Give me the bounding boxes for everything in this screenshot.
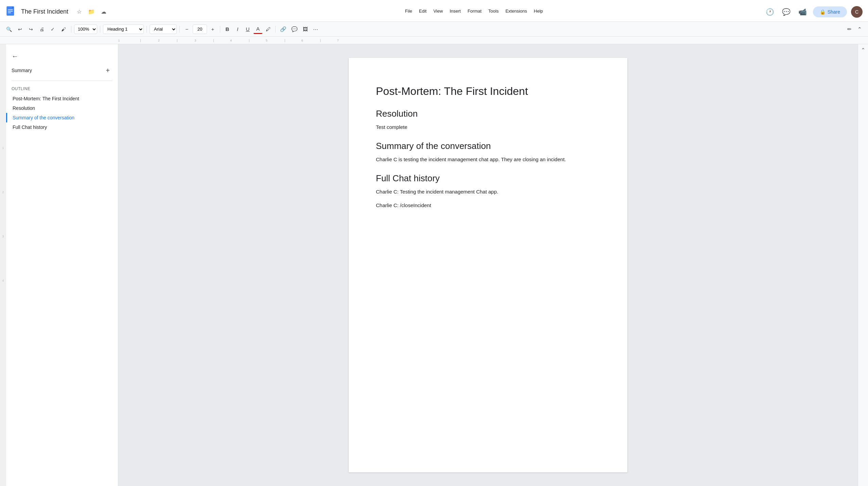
doc-title: The First Incident bbox=[21, 8, 68, 15]
menu-help[interactable]: Help bbox=[531, 7, 546, 15]
menu-tools[interactable]: Tools bbox=[486, 7, 501, 15]
print-button[interactable]: 🖨 bbox=[37, 24, 47, 34]
doc-body-fullchat-line2: Charlie C: /closeIncident bbox=[376, 201, 600, 210]
menu-file[interactable]: File bbox=[402, 7, 415, 15]
doc-heading-fullchat: Full Chat history bbox=[376, 173, 600, 184]
toolbar: 🔍 ↩ ↪ 🖨 ✓ 🖌 100% Heading 1 Arial − + B I… bbox=[0, 22, 868, 37]
sidebar-item-fullchat[interactable]: Full Chat history bbox=[6, 122, 118, 132]
folder-button[interactable]: 📁 bbox=[87, 7, 96, 17]
star-button[interactable]: ☆ bbox=[74, 7, 84, 17]
sidebar-add-button[interactable]: + bbox=[103, 66, 112, 75]
title-bar-left: The First Incident ☆ 📁 ☁ bbox=[5, 6, 385, 18]
title-bar: The First Incident ☆ 📁 ☁ File Edit View … bbox=[0, 0, 868, 22]
title-bar-right: 🕐 💬 📹 🔒 Share C bbox=[764, 6, 863, 18]
main-area: 1 2 3 4 ← Summary + Outline Post-Mortem:… bbox=[0, 44, 868, 486]
redo-button[interactable]: ↪ bbox=[26, 24, 36, 34]
sidebar: ← Summary + Outline Post-Mortem: The Fir… bbox=[6, 44, 118, 486]
font-size-input[interactable] bbox=[193, 24, 207, 34]
italic-button[interactable]: I bbox=[233, 24, 242, 34]
ruler-content: 1 | 2 | 3 | 4 | 5 | bbox=[116, 39, 868, 42]
menu-format[interactable]: Format bbox=[465, 7, 484, 15]
title-actions: ☆ 📁 ☁ bbox=[74, 7, 108, 17]
menu-insert[interactable]: Insert bbox=[447, 7, 464, 15]
page-gutter: 1 2 3 4 bbox=[0, 44, 6, 486]
toolbar-divider-6 bbox=[275, 26, 276, 33]
doc-body-resolution: Test complete bbox=[376, 123, 600, 131]
spellcheck-button[interactable]: ✓ bbox=[48, 24, 57, 34]
font-size-increase-button[interactable]: + bbox=[208, 24, 217, 34]
page-num-3: 3 bbox=[2, 235, 4, 238]
text-color-button[interactable]: A bbox=[254, 24, 262, 34]
zoom-selector[interactable]: 100% bbox=[74, 24, 97, 34]
image-button[interactable]: 🖼 bbox=[301, 24, 310, 34]
sidebar-item-resolution[interactable]: Resolution bbox=[6, 103, 118, 113]
undo-button[interactable]: ↩ bbox=[15, 24, 25, 34]
link-button[interactable]: 🔗 bbox=[278, 24, 288, 34]
bold-button[interactable]: B bbox=[223, 24, 232, 34]
scrollbar-up-icon[interactable]: ⌃ bbox=[861, 47, 865, 53]
more-options-button[interactable]: ⋯ bbox=[311, 24, 320, 34]
doc-heading-resolution: Resolution bbox=[376, 108, 600, 119]
comment-toolbar-button[interactable]: 💬 bbox=[290, 24, 299, 34]
sidebar-divider bbox=[12, 81, 112, 81]
underline-button[interactable]: U bbox=[243, 24, 252, 34]
doc-page: Post-Mortem: The First Incident Resoluti… bbox=[349, 58, 627, 472]
toolbar-divider-5 bbox=[220, 26, 220, 33]
sidebar-summary-label: Summary bbox=[12, 68, 32, 73]
history-icon[interactable]: 🕐 bbox=[764, 6, 776, 18]
doc-area[interactable]: Post-Mortem: The First Incident Resoluti… bbox=[118, 44, 858, 486]
doc-heading-summary: Summary of the conversation bbox=[376, 141, 600, 151]
font-selector[interactable]: Arial bbox=[150, 24, 177, 34]
menu-extensions[interactable]: Extensions bbox=[503, 7, 530, 15]
toolbar-divider-4 bbox=[179, 26, 180, 33]
svg-rect-2 bbox=[8, 9, 13, 10]
doc-main-title: Post-Mortem: The First Incident bbox=[376, 85, 600, 98]
docs-icon bbox=[5, 6, 18, 18]
sidebar-item-postmortem[interactable]: Post-Mortem: The First Incident bbox=[6, 94, 118, 103]
page-num-4: 4 bbox=[2, 279, 4, 282]
cloud-button[interactable]: ☁ bbox=[99, 7, 108, 17]
svg-rect-3 bbox=[8, 11, 13, 12]
page-num-2: 2 bbox=[2, 190, 4, 194]
edit-mode-button[interactable]: ✏ bbox=[845, 24, 854, 34]
menu-view[interactable]: View bbox=[431, 7, 446, 15]
video-icon[interactable]: 📹 bbox=[797, 6, 809, 18]
toolbar-divider-2 bbox=[100, 26, 100, 33]
sidebar-back-button[interactable]: ← bbox=[6, 50, 118, 63]
menu-bar: File Edit View Insert Format Tools Exten… bbox=[385, 7, 551, 15]
sidebar-outline-label: Outline bbox=[6, 84, 118, 94]
share-button[interactable]: 🔒 Share bbox=[813, 6, 847, 17]
sidebar-item-summary[interactable]: Summary of the conversation bbox=[6, 113, 118, 122]
toolbar-divider-1 bbox=[71, 26, 71, 33]
menu-edit[interactable]: Edit bbox=[416, 7, 429, 15]
sidebar-summary-row: Summary + bbox=[6, 63, 118, 78]
right-panel: ⌃ bbox=[858, 44, 868, 486]
font-size-decrease-button[interactable]: − bbox=[183, 24, 191, 34]
paint-format-button[interactable]: 🖌 bbox=[59, 24, 68, 34]
search-toolbar-button[interactable]: 🔍 bbox=[4, 24, 14, 34]
collapse-toolbar-button[interactable]: ⌃ bbox=[855, 24, 864, 34]
doc-body-summary: Charlie C is testing the incident manage… bbox=[376, 155, 600, 164]
comment-icon[interactable]: 💬 bbox=[780, 6, 793, 18]
doc-body-fullchat-line1: Charlie C: Testing the incident manageme… bbox=[376, 188, 600, 196]
avatar[interactable]: C bbox=[851, 6, 863, 18]
share-label: Share bbox=[828, 9, 840, 15]
highlight-button[interactable]: 🖊 bbox=[264, 24, 273, 34]
page-num-1: 1 bbox=[2, 146, 4, 150]
lock-icon: 🔒 bbox=[820, 9, 826, 15]
style-selector[interactable]: Heading 1 bbox=[103, 24, 144, 34]
svg-rect-4 bbox=[8, 12, 11, 13]
ruler: 1 | 2 | 3 | 4 | 5 | bbox=[0, 37, 868, 44]
toolbar-divider-3 bbox=[146, 26, 147, 33]
